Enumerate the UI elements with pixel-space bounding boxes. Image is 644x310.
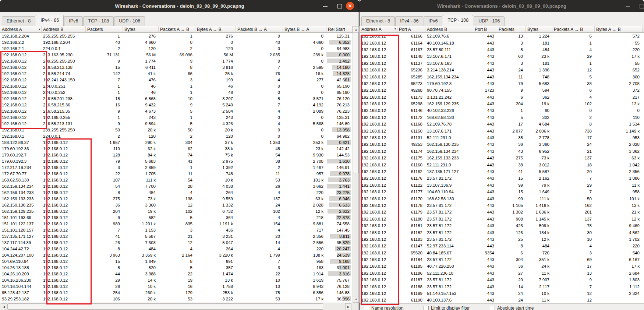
table-row[interactable]: 192.168.0.1265273179.60.192.3443795 6833… <box>360 80 644 87</box>
table-row[interactable]: 192.168.0.1261162137.135.171.127443415 5… <box>360 168 644 175</box>
column-header-packets[interactable]: Packets <box>86 26 123 33</box>
table-row[interactable]: 192.168.0.12216.58.214.7414241 k6625 k76… <box>0 70 353 77</box>
table-row[interactable]: 93.29.253.182192.168.0.1210620 k533 2225… <box>0 296 353 302</box>
table-row[interactable]: 151.101.120.157192.168.0.1271 1533436471… <box>0 227 353 233</box>
table-row[interactable]: 192.168.0.12192.241.243.1507476319942774… <box>0 77 353 83</box>
table-row[interactable]: 162.159.134.234192.168.0.12547 700284 03… <box>0 183 353 189</box>
vertical-scrollbar[interactable]: ▲ ▼ <box>353 26 360 303</box>
table-row[interactable]: 172.67.70.77192.168.0.12221 705117481195… <box>0 170 353 177</box>
table-row[interactable]: 192.168.0.1261174162.159.134.234443436 9… <box>360 148 644 155</box>
table-row[interactable]: 179.60.192.7192.168.0.1212884 k7475 k549… <box>0 152 353 158</box>
column-header-address-a[interactable]: Address A▴ <box>0 26 42 33</box>
column-header-packets[interactable]: Packets <box>497 26 526 33</box>
table-row[interactable]: 192.168.0.126116652.109.76.6443131 22465… <box>360 33 644 39</box>
column-header-port-b[interactable]: Port B <box>473 26 497 33</box>
table-row[interactable]: 192.168.2.204255.255.255.255127612760012… <box>0 33 353 39</box>
tab-udp[interactable]: UDP · 106 <box>474 16 505 26</box>
table-row[interactable]: 151.101.193.69192.168.0.1295825364421822… <box>0 214 353 221</box>
table-row[interactable]: 192.168.0.1261172168.62.58.1304435302211… <box>360 114 644 121</box>
column-header-packets-a-b[interactable]: Packets A → B <box>552 26 595 33</box>
column-header-address-b[interactable]: Address B <box>425 26 473 33</box>
table-row[interactable]: 188.122.86.37192.168.0.121 657290 k30437… <box>0 139 353 145</box>
table-row[interactable]: 192.168.0.126116852.109.76.78443174 6848… <box>360 121 644 127</box>
scrollbar-thumb[interactable] <box>7 303 323 310</box>
table-row[interactable]: 192.168.0.126118123.57.81.172443423509 k… <box>360 222 644 229</box>
table-row[interactable]: 192.168.0.126117623.57.81.172443152 1627… <box>360 175 644 182</box>
tab-ipv4[interactable]: IPv4 · 86 <box>395 16 423 26</box>
checkbox-absolute-start-time[interactable] <box>490 306 495 310</box>
scroll-left-icon[interactable]: ◀ <box>1 303 7 310</box>
table-row[interactable]: 192.168.0.126114752.97.233.1144438484422… <box>360 243 644 249</box>
table-row[interactable]: 192.168.0.1261175162.159.133.23344327573… <box>360 155 644 161</box>
table-row[interactable]: 192.168.0.1249253162.159.130.235443363 3… <box>360 141 644 148</box>
table-row[interactable]: 192.168.0.126118540.77.226.2504433624 k1… <box>360 263 644 270</box>
table-row[interactable]: 192.168.0.1265285162.159.134.23444311748… <box>360 73 644 80</box>
table-row[interactable]: 137.135.171.127192.168.0.12415 587213 23… <box>0 233 353 239</box>
tab-tcp[interactable]: TCP · 108 <box>83 16 114 26</box>
table-row[interactable]: 192.168.0.126117823.57.81.1724431 1051 4… <box>360 202 644 209</box>
table-row[interactable]: 162.159.129.235192.168.0.1220419 k1026 7… <box>0 208 353 214</box>
table-row[interactable]: 192.168.0.12213.163.95.23071 13156 M69 0… <box>0 52 353 58</box>
table-row[interactable]: 162.159.130.235192.168.0.12363 360121 33… <box>0 202 353 208</box>
column-header-address-b[interactable]: Address B <box>42 26 86 33</box>
column-header-bytes-a-b[interactable]: Bytes A → B <box>195 26 236 33</box>
table-row[interactable]: 172.217.19.234192.168.0.1232 85911 39221… <box>0 164 353 170</box>
table-row[interactable]: 192.168.0.126118723.57.81.172443207 9079… <box>360 276 644 283</box>
table-row[interactable]: 137.117.144.39192.168.0.12267 603125 047… <box>0 239 353 246</box>
table-row[interactable]: 192.168.0.12239.255.255.25091 77491 7740… <box>0 58 353 64</box>
column-header-bytes[interactable]: Bytes <box>526 26 552 33</box>
table-row[interactable]: 104.26.13.188192.168.0.1285205357316331.… <box>0 264 353 271</box>
table-row[interactable]: 104.244.42.72192.168.0.1284844264422020.… <box>0 246 353 252</box>
column-header-port-a[interactable]: Port A <box>397 26 425 33</box>
table-row[interactable]: 192.168.0.126118223.57.81.172443126134 k… <box>360 229 644 236</box>
table-row[interactable]: 192.168.0.1224.0.0.1212021200064.982 <box>0 133 353 139</box>
table-row[interactable]: 192.168.0.124926890.70.74.15517239594637… <box>360 87 644 94</box>
horizontal-scrollbar[interactable]: ◀ ▶ <box>0 303 353 310</box>
table-row[interactable]: 192.168.0.1261170168.62.58.13044399111 k… <box>360 195 644 202</box>
checkbox-name-resolution[interactable] <box>364 306 369 310</box>
table-row[interactable]: 162.159.134.233192.168.0.128484426442202… <box>0 189 353 195</box>
table-row[interactable]: 104.124.207.108192.168.0.123 9633 359 k2… <box>0 252 353 258</box>
column-header-rel-start[interactable]: Rel Start <box>326 26 353 33</box>
table-row[interactable]: 192.168.0.12216.58.213.138156 41183 8167… <box>0 64 353 70</box>
table-row[interactable]: 192.168.0.126118023.57.81.1724439081 145… <box>360 216 644 222</box>
table-row[interactable]: 192.168.0.126552040.84.185.6793546720354… <box>360 250 644 256</box>
table-row[interactable]: 192.168.0.126118423.57.81.172443304351 k… <box>360 256 644 263</box>
table-row[interactable]: 192.168.0.12216.58.215.3594 67352 58442 … <box>0 108 353 114</box>
tab-ipv6[interactable]: IPv6 <box>424 16 442 26</box>
tab-ethernet[interactable]: Ethernet · 8 <box>2 16 35 26</box>
tab-ethernet[interactable]: Ethernet · 8 <box>361 16 395 26</box>
column-header-bytes[interactable]: Bytes <box>123 26 159 33</box>
titlebar-left[interactable]: Wireshark · Conversations · deloin_03_08… <box>0 0 359 12</box>
table-row[interactable]: 192.168.0.12652363.214.138.214443241 396… <box>360 67 644 73</box>
table-row[interactable]: 192.168.0.126114813.107.6.1714436023 k29… <box>360 53 644 60</box>
table-row[interactable]: 104.26.10.209192.168.0.12443 388221 4742… <box>0 271 353 277</box>
table-row[interactable]: 192.168.0.126118823.57.81.172443142 1177… <box>360 283 644 290</box>
table-row[interactable]: 168.62.58.130192.168.0.12107111 k5410 k5… <box>0 177 353 183</box>
table-row[interactable]: 192.168.0.126115013.107.6.1714432 0772 0… <box>360 127 644 134</box>
table-row[interactable]: 192.168.0.126117923.57.81.1724431 3021 6… <box>360 209 644 215</box>
table-row[interactable]: 192.168.0.126116723.57.80.11144384844220 <box>360 46 644 53</box>
table-row[interactable]: 151.101.122.137192.168.0.129891 201 k835… <box>0 221 353 227</box>
table-row[interactable]: 192.168.0.12224.0.0.2521461460065.190 <box>0 89 353 95</box>
scroll-right-icon[interactable]: ▶ <box>345 303 351 310</box>
tab-udp[interactable]: UDP · 106 <box>114 16 145 26</box>
column-header-packets-a-b[interactable]: Packets A → B <box>159 26 195 33</box>
table-row[interactable]: 104.69.110.94192.168.0.12151 64986917958… <box>0 258 353 264</box>
table-row[interactable]: 179.60.192.3192.168.0.12795 683412 97538… <box>0 158 353 164</box>
table-row[interactable]: 192.168.0.126119040.100.137.64432411 k12 <box>360 297 644 303</box>
minimize-icon[interactable] <box>323 6 328 7</box>
table-row[interactable]: 192.168.0.126112213.107.136.94439979 k29… <box>360 182 644 189</box>
table-row[interactable]: 192.168.0.12224.0.0.2511461460065.190 <box>0 83 353 89</box>
scrollbar-thumb[interactable] <box>353 33 359 173</box>
checkbox-limit-to-display-filter[interactable] <box>424 306 429 310</box>
minimize-icon[interactable] <box>626 6 630 7</box>
table-row[interactable]: 192.168.0.12216.58.201.238186 868103 297… <box>0 95 353 102</box>
table-row[interactable]: 162.159.133.233192.168.0.1227573 k1389 5… <box>0 195 353 202</box>
column-header-bytes-b-a[interactable]: Bytes B → A <box>283 26 326 33</box>
table-row[interactable]: 192.168.0.126118652.111.236.104432711 k1… <box>360 270 644 276</box>
table-row[interactable]: 192.168.0.1265298162.159.129.23544320419… <box>360 101 644 107</box>
tab-ipv4[interactable]: IPv4 · 86 <box>36 15 64 26</box>
table-row[interactable]: 192.168.0.126113713.107.6.1634433181155 <box>360 60 644 67</box>
column-header-packets-b-a[interactable]: Packets B → A <box>236 26 283 33</box>
